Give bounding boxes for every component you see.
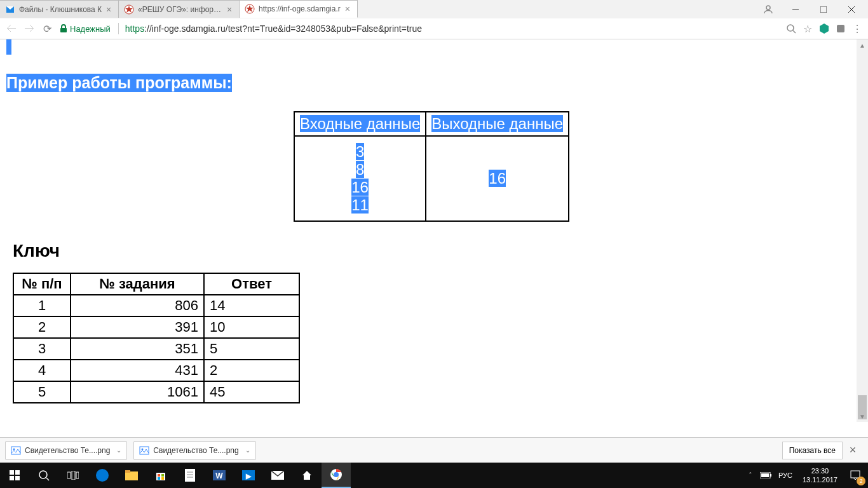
svg-point-25 <box>96 469 109 482</box>
downloads-close-button[interactable]: × <box>843 444 863 457</box>
page-content: Пример работы программы: Входные данные … <box>0 39 857 422</box>
table-row: 239110 <box>13 316 299 338</box>
chevron-down-icon[interactable]: ⌄ <box>116 447 121 454</box>
window-minimize-button[interactable] <box>782 0 810 18</box>
download-filename: Свидетельство Те....png <box>153 446 238 455</box>
example-table: Входные данные Выходные данные 3 8 16 11… <box>294 111 569 222</box>
svg-text:W: W <box>215 471 223 480</box>
table-row: 44312 <box>13 360 299 381</box>
notification-badge: 2 <box>857 477 865 485</box>
search-button[interactable] <box>29 463 58 488</box>
tray-clock[interactable]: 23:30 13.11.2017 <box>797 466 843 484</box>
example-header-output: Выходные данные <box>426 112 569 136</box>
downloads-show-all-button[interactable]: Показать все <box>782 442 843 459</box>
taskbar-app-word-icon[interactable]: W <box>205 463 234 488</box>
key-heading: Ключ <box>13 241 857 261</box>
svg-text:▶: ▶ <box>245 472 252 480</box>
secure-indicator: Надежный <box>60 24 111 34</box>
key-col-answer: Ответ <box>204 273 299 295</box>
svg-rect-45 <box>770 474 771 477</box>
svg-point-8 <box>787 25 794 31</box>
table-row: 5106145 <box>13 381 299 403</box>
example-header-input: Входные данные <box>294 112 426 136</box>
svg-line-21 <box>46 478 49 480</box>
table-row: 180614 <box>13 295 299 316</box>
svg-rect-17 <box>15 470 20 475</box>
secure-label: Надежный <box>70 24 111 34</box>
task-view-button[interactable] <box>58 463 88 488</box>
tray-notifications-icon[interactable]: 2 <box>843 463 868 488</box>
key-col-number: № п/п <box>13 273 71 295</box>
browser-tab-1[interactable]: Файлы - Клюшникова К × <box>0 0 119 18</box>
key-table: № п/п № задания Ответ 180614 239110 3351… <box>13 273 300 403</box>
svg-marker-10 <box>820 24 829 34</box>
start-button[interactable] <box>0 463 29 488</box>
tab-close-icon[interactable]: × <box>343 4 352 13</box>
svg-rect-23 <box>72 471 75 480</box>
window-close-button[interactable] <box>837 0 865 18</box>
svg-point-13 <box>13 448 15 450</box>
extension-adblock-icon[interactable] <box>816 20 832 37</box>
url-separator <box>118 23 119 34</box>
tray-language[interactable]: РУС <box>773 471 797 479</box>
browser-tab-strip: Файлы - Клюшникова К × «РЕШУ ОГЭ»: инфор… <box>0 0 868 18</box>
address-bar[interactable]: Надежный https://inf-oge.sdamgia.ru/test… <box>60 20 779 37</box>
image-file-icon <box>139 445 149 456</box>
taskbar-app-home-icon[interactable] <box>292 463 322 488</box>
selection-marker <box>6 39 11 55</box>
taskbar-app-edge-icon[interactable] <box>88 463 117 488</box>
vertical-scrollbar[interactable]: ▲ ▼ <box>857 39 868 422</box>
tray-battery-icon[interactable] <box>758 472 773 478</box>
tab-close-icon[interactable]: × <box>104 5 113 14</box>
tray-chevron-up-icon[interactable]: ˆ <box>743 471 758 479</box>
browser-menu-icon[interactable]: ⋮ <box>849 20 865 37</box>
taskbar-app-mail-icon[interactable] <box>263 463 292 488</box>
window-maximize-button[interactable] <box>810 0 837 18</box>
taskbar-app-chrome-icon[interactable] <box>322 463 351 488</box>
svg-rect-24 <box>76 472 79 478</box>
taskbar-app-store-icon[interactable] <box>146 463 175 488</box>
tab-title: «РЕШУ ОГЭ»: информат <box>138 5 222 14</box>
nav-back-button[interactable]: 🡠 <box>3 20 20 37</box>
svg-rect-27 <box>125 470 130 473</box>
url-text: https://inf-oge.sdamgia.ru/test?nt=True&… <box>125 24 422 34</box>
svg-point-43 <box>334 472 339 477</box>
taskbar-app-yammer-icon[interactable]: ▶ <box>234 463 263 488</box>
zoom-icon[interactable] <box>783 20 799 37</box>
svg-rect-22 <box>67 472 71 478</box>
svg-rect-31 <box>158 477 160 480</box>
browser-tab-3[interactable]: https://inf-oge.sdamgia.r × <box>240 0 358 18</box>
browser-toolbar: 🡠 🡢 ⟳ Надежный https://inf-oge.sdamgia.r… <box>0 18 868 39</box>
svg-rect-32 <box>161 477 164 480</box>
windows-taskbar: W ▶ ˆ РУС 23:30 13.11.2017 2 <box>0 463 868 488</box>
scroll-down-icon[interactable]: ▼ <box>857 410 868 422</box>
scroll-up-icon[interactable]: ▲ <box>857 39 868 51</box>
user-profile-icon[interactable] <box>760 1 776 18</box>
extension-icon[interactable] <box>832 20 849 37</box>
downloads-bar: Свидетельство Те....png ⌄ Свидетельство … <box>0 437 868 463</box>
svg-rect-30 <box>161 474 164 477</box>
key-col-task: № задания <box>71 273 204 295</box>
svg-rect-16 <box>10 470 14 475</box>
download-item[interactable]: Свидетельство Те....png ⌄ <box>5 441 127 460</box>
tab-favicon-mail-icon <box>5 4 15 15</box>
tab-title: https://inf-oge.sdamgia.r <box>259 4 341 13</box>
example-input-cell: 3 8 16 11 <box>294 136 426 221</box>
tab-favicon-site-icon <box>124 4 134 15</box>
svg-rect-18 <box>10 476 14 480</box>
svg-rect-7 <box>60 28 67 32</box>
browser-tab-2[interactable]: «РЕШУ ОГЭ»: информат × <box>119 0 240 18</box>
download-item[interactable]: Свидетельство Те....png ⌄ <box>133 441 255 460</box>
taskbar-app-explorer-icon[interactable] <box>117 463 146 488</box>
svg-point-20 <box>39 471 47 478</box>
nav-forward-button[interactable]: 🡢 <box>20 20 38 37</box>
tab-title: Файлы - Клюшникова К <box>19 5 102 14</box>
taskbar-app-notepad-icon[interactable] <box>175 463 205 488</box>
chevron-down-icon[interactable]: ⌄ <box>245 447 250 454</box>
svg-rect-33 <box>185 469 195 482</box>
svg-rect-11 <box>837 25 844 32</box>
nav-reload-button[interactable]: ⟳ <box>38 20 56 37</box>
bookmark-star-icon[interactable]: ☆ <box>799 20 816 37</box>
svg-rect-29 <box>158 474 160 477</box>
tab-close-icon[interactable]: × <box>225 5 234 14</box>
